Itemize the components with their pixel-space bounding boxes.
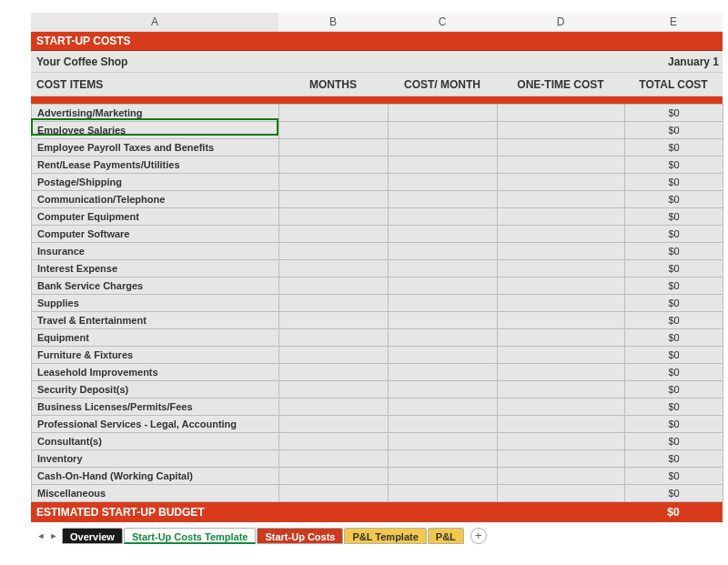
item-one-time[interactable] <box>498 122 625 139</box>
item-total[interactable]: $0 <box>625 277 723 295</box>
item-label[interactable]: Communication/Telephone <box>32 191 279 208</box>
item-label[interactable]: Employee Salaries <box>32 122 279 139</box>
item-one-time[interactable] <box>498 433 625 450</box>
col-header-c[interactable]: C <box>388 13 497 32</box>
item-months[interactable] <box>279 450 389 468</box>
item-one-time[interactable] <box>498 191 625 208</box>
item-label[interactable]: Inventory <box>32 450 279 468</box>
item-label[interactable]: Professional Services - Legal, Accountin… <box>32 416 279 433</box>
item-total[interactable]: $0 <box>625 399 723 416</box>
item-cost-month[interactable] <box>389 347 498 364</box>
item-cost-month[interactable] <box>389 381 498 399</box>
item-months[interactable] <box>279 277 389 295</box>
item-label[interactable]: Supplies <box>32 295 279 312</box>
item-months[interactable] <box>279 416 389 433</box>
item-total[interactable]: $0 <box>625 468 723 485</box>
item-cost-month[interactable] <box>389 226 498 243</box>
item-label[interactable]: Miscellaneous <box>32 485 279 502</box>
item-months[interactable] <box>279 208 389 226</box>
item-months[interactable] <box>279 329 389 347</box>
item-cost-month[interactable] <box>389 485 498 502</box>
item-months[interactable] <box>279 485 389 502</box>
item-label[interactable]: Equipment <box>32 329 279 347</box>
item-one-time[interactable] <box>498 364 625 381</box>
tab-nav-next-icon[interactable]: ► <box>49 529 58 543</box>
item-cost-month[interactable] <box>389 450 498 468</box>
item-label[interactable]: Computer Equipment <box>32 208 279 226</box>
item-cost-month[interactable] <box>389 416 498 433</box>
item-months[interactable] <box>279 364 389 381</box>
item-label[interactable]: Furniture & Fixtures <box>32 347 279 364</box>
item-label[interactable]: Interest Expense <box>32 260 279 277</box>
item-label[interactable]: Business Licenses/Permits/Fees <box>32 399 279 416</box>
item-cost-month[interactable] <box>389 312 498 329</box>
item-one-time[interactable] <box>498 329 625 347</box>
item-one-time[interactable] <box>498 139 625 156</box>
item-one-time[interactable] <box>498 312 625 329</box>
item-total[interactable]: $0 <box>625 243 723 260</box>
item-cost-month[interactable] <box>389 364 498 381</box>
item-total[interactable]: $0 <box>625 208 723 226</box>
tab-nav-prev-icon[interactable]: ◄ <box>36 529 46 543</box>
item-one-time[interactable] <box>498 450 625 468</box>
item-label[interactable]: Advertising/Marketing <box>32 105 279 122</box>
item-months[interactable] <box>279 399 389 416</box>
col-header-a[interactable]: A <box>31 13 278 32</box>
item-months[interactable] <box>279 226 389 243</box>
item-total[interactable]: $0 <box>625 295 723 312</box>
item-months[interactable] <box>279 433 389 450</box>
item-label[interactable]: Leasehold Improvements <box>32 364 279 381</box>
item-cost-month[interactable] <box>389 468 498 485</box>
item-cost-month[interactable] <box>389 260 498 277</box>
item-one-time[interactable] <box>498 243 625 260</box>
item-label[interactable]: Cash-On-Hand (Working Capital) <box>32 468 279 485</box>
item-total[interactable]: $0 <box>625 260 723 277</box>
item-total[interactable]: $0 <box>625 433 723 450</box>
item-cost-month[interactable] <box>389 243 498 260</box>
item-months[interactable] <box>279 312 389 329</box>
item-one-time[interactable] <box>498 295 625 312</box>
item-months[interactable] <box>279 139 389 156</box>
tab-overview[interactable]: Overview <box>62 528 123 544</box>
item-one-time[interactable] <box>498 105 625 122</box>
item-months[interactable] <box>279 468 389 485</box>
item-label[interactable]: Travel & Entertainment <box>32 312 279 329</box>
item-total[interactable]: $0 <box>625 416 723 433</box>
item-one-time[interactable] <box>498 399 625 416</box>
item-cost-month[interactable] <box>389 277 498 295</box>
item-label[interactable]: Bank Service Charges <box>32 277 279 295</box>
item-months[interactable] <box>279 243 389 260</box>
col-header-b[interactable]: B <box>278 13 388 32</box>
add-sheet-button[interactable]: + <box>470 528 487 544</box>
item-total[interactable]: $0 <box>625 139 723 156</box>
item-cost-month[interactable] <box>389 139 498 156</box>
item-months[interactable] <box>279 260 389 277</box>
company-name[interactable]: Your Coffee Shop <box>36 51 127 72</box>
item-months[interactable] <box>279 105 389 122</box>
item-label[interactable]: Computer Software <box>32 226 279 243</box>
item-total[interactable]: $0 <box>625 156 723 174</box>
item-total[interactable]: $0 <box>625 105 723 122</box>
item-one-time[interactable] <box>498 277 625 295</box>
item-months[interactable] <box>279 347 389 364</box>
item-total[interactable]: $0 <box>625 174 723 191</box>
item-months[interactable] <box>279 156 389 174</box>
item-total[interactable]: $0 <box>625 381 723 399</box>
item-one-time[interactable] <box>498 260 625 277</box>
item-one-time[interactable] <box>498 468 625 485</box>
item-cost-month[interactable] <box>389 191 498 208</box>
item-label[interactable]: Rent/Lease Payments/Utilities <box>32 156 279 174</box>
item-total[interactable]: $0 <box>625 347 723 364</box>
item-months[interactable] <box>279 122 389 139</box>
item-one-time[interactable] <box>498 381 625 399</box>
item-cost-month[interactable] <box>389 208 498 226</box>
item-total[interactable]: $0 <box>625 226 723 243</box>
item-one-time[interactable] <box>498 416 625 433</box>
item-cost-month[interactable] <box>389 174 498 191</box>
item-total[interactable]: $0 <box>625 191 723 208</box>
item-one-time[interactable] <box>498 226 625 243</box>
tab-pl-template[interactable]: P&L Template <box>344 528 426 544</box>
item-months[interactable] <box>279 295 389 312</box>
tab-startup-costs-template[interactable]: Start-Up Costs Template <box>124 528 257 544</box>
item-one-time[interactable] <box>498 174 625 191</box>
